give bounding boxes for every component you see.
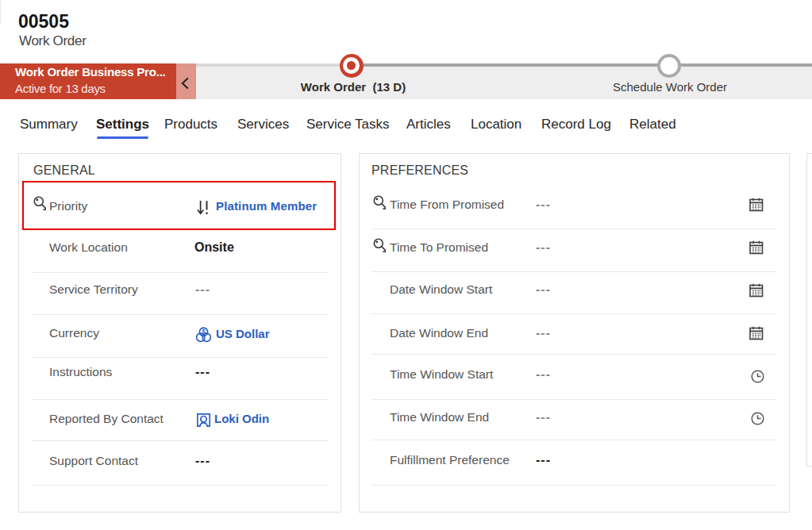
svg-text:$: $ [202,328,206,336]
